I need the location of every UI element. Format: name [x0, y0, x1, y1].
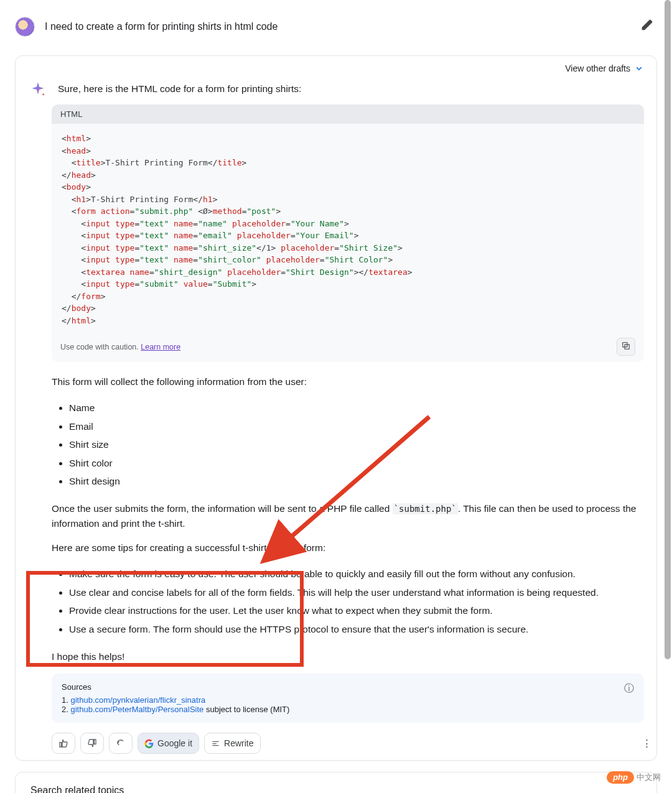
- learn-more-link[interactable]: Learn more: [141, 343, 180, 351]
- code-block: HTML <html> <head> <title>T-Shirt Printi…: [52, 104, 644, 362]
- sources-label: Sources: [62, 682, 634, 692]
- edit-icon[interactable]: [637, 15, 657, 38]
- code-content: <html> <head> <title>T-Shirt Printing Fo…: [52, 124, 644, 332]
- list-item: Provide clear instructions for the user.…: [69, 601, 644, 619]
- code-lang-label: HTML: [52, 104, 644, 124]
- user-query: I need to create a form for printing shi…: [45, 21, 627, 32]
- list-item: Email: [69, 417, 644, 435]
- info-icon[interactable]: ⓘ: [624, 682, 634, 695]
- google-it-label: Google it: [157, 738, 192, 748]
- closing: I hope this helps!: [52, 649, 644, 664]
- source-link[interactable]: github.com/PeterMaltby/PersonalSite: [70, 705, 203, 714]
- rewrite-label: Rewrite: [224, 738, 253, 748]
- share-button[interactable]: [109, 733, 133, 754]
- user-avatar: [15, 17, 35, 37]
- list-item: Name: [69, 399, 644, 417]
- tips-intro: Here are some tips for creating a succes…: [52, 540, 644, 555]
- list-item: Shirt design: [69, 472, 644, 490]
- rewrite-button[interactable]: Rewrite: [204, 733, 260, 754]
- google-it-button[interactable]: Google it: [138, 733, 199, 754]
- view-drafts-button[interactable]: View other drafts: [16, 56, 656, 73]
- tips-list: Make sure the form is easy to use. The u…: [69, 565, 644, 638]
- copy-code-icon[interactable]: [617, 338, 635, 356]
- source-link[interactable]: github.com/pynkvalerian/flickr_sinatra: [70, 695, 205, 705]
- svg-point-0: [42, 93, 44, 95]
- search-topics-header: Search related topics: [30, 785, 642, 793]
- list-item: Use a secure form. The form should use t…: [69, 620, 644, 638]
- view-drafts-label: View other drafts: [565, 63, 630, 73]
- list-item: Use clear and concise labels for all of …: [69, 583, 644, 601]
- fields-list: Name Email Shirt size Shirt color Shirt …: [69, 399, 644, 490]
- sources-box: Sources 1. github.com/pynkvalerian/flick…: [52, 674, 644, 723]
- code-caution-label: Use code with caution.: [60, 343, 139, 351]
- follow-intro: This form will collect the following inf…: [52, 374, 644, 389]
- scrollbar[interactable]: [665, 0, 671, 659]
- rewrite-icon: [211, 739, 220, 748]
- response-intro: Sure, here is the HTML code for a form f…: [58, 81, 644, 95]
- submit-explain: Once the user submits the form, the info…: [52, 501, 644, 531]
- list-item: Make sure the form is easy to use. The u…: [69, 565, 644, 583]
- watermark: php中文网: [607, 771, 661, 784]
- list-item: Shirt size: [69, 435, 644, 453]
- bard-sparkle-icon: [28, 81, 48, 101]
- source-item: 1. github.com/pynkvalerian/flickr_sinatr…: [62, 695, 634, 705]
- google-g-icon: [144, 739, 154, 748]
- thumbs-down-button[interactable]: [80, 733, 104, 754]
- more-menu-icon[interactable]: ⋮: [637, 733, 656, 754]
- list-item: Shirt color: [69, 454, 644, 472]
- thumbs-up-button[interactable]: [52, 733, 75, 754]
- source-item: 2. github.com/PeterMaltby/PersonalSite s…: [62, 705, 634, 714]
- chevron-down-icon: [634, 63, 644, 73]
